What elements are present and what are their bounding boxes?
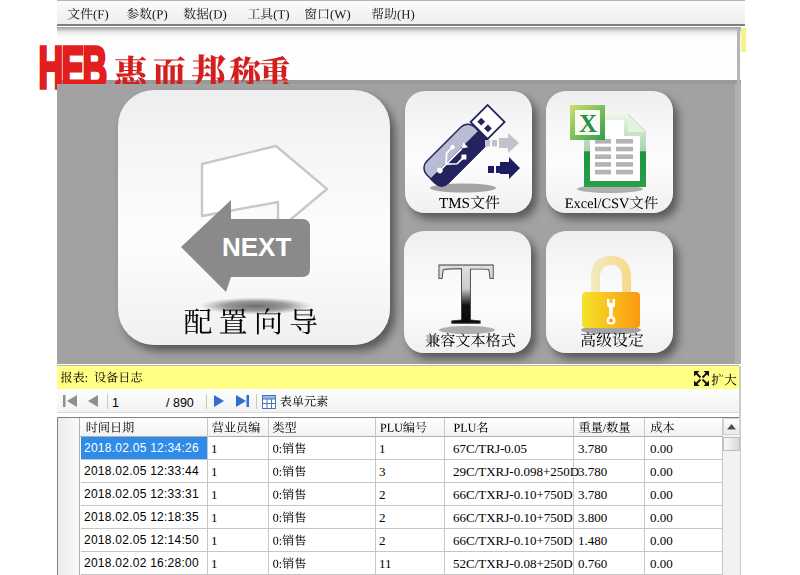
svg-text:X: X [579,110,597,137]
svg-text:T: T [437,250,495,334]
svg-text:NEXT: NEXT [222,232,291,262]
